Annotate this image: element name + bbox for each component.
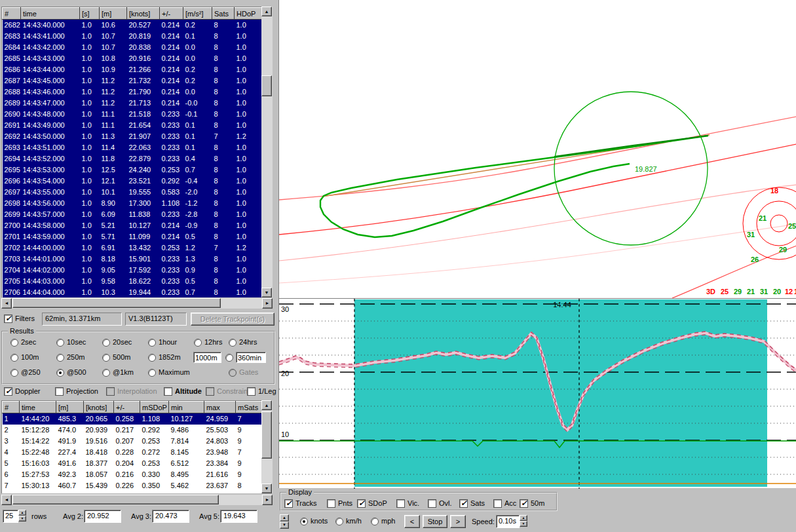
radio-20sec[interactable]: 20sec [102,338,132,347]
table-row[interactable]: 268914:43:47.0001.011.221.7130.214-0.081… [3,98,262,109]
knots-radio[interactable]: knots [300,517,328,525]
ovl-checkbox[interactable]: Ovl. [428,499,452,508]
radio-2sec[interactable]: 2sec [10,338,36,347]
col-sats[interactable]: Sats [212,8,235,20]
rcol-msats[interactable]: mSats [236,402,262,413]
track-table-vscrollbar[interactable]: ▲ ▼ [261,7,273,297]
radio-24hrs[interactable]: 24hrs [229,338,257,347]
vic-checkbox[interactable]: Vic. [396,499,419,508]
table-row[interactable]: 268514:43:43.0001.010.820.9160.2140.081.… [3,53,262,64]
col-seconds[interactable]: [s] [80,8,100,20]
rcol-error[interactable]: +/- [114,402,140,413]
table-row[interactable]: 269414:43:52.0001.011.822.8790.2330.481.… [3,153,262,164]
altitude-checkbox[interactable]: Altitude [164,387,202,396]
spin-down-icon[interactable]: ▼ [520,521,527,527]
table-row[interactable]: 715:30:13460.715.4390.2260.3505.46223.63… [3,480,262,491]
table-row[interactable]: 269114:43:49.0001.011.121.6540.2330.181.… [3,120,262,131]
trackpoint-table-header[interactable]: # time [s] [m] [knots] +/- [m/s²] Sats H… [3,8,262,20]
kmh-radio[interactable]: km/h [335,517,362,525]
table-row[interactable]: 268314:43:41.0001.010.720.8190.2140.181.… [3,31,262,42]
radio-12hrs[interactable]: 12hrs [194,338,223,347]
rcol-index[interactable]: # [3,402,20,413]
col-index[interactable]: # [3,8,21,20]
rcol-meters[interactable]: [m] [56,402,84,413]
rcol-min[interactable]: min [169,402,204,413]
results-table-header[interactable]: # time [m] [knots] +/- mSDoP min max mSa… [3,402,262,413]
col-knots[interactable]: [knots] [127,8,160,20]
radio-10sec[interactable]: 10sec [56,338,86,347]
spin-up-icon[interactable]: ▲ [520,515,527,521]
stop-button[interactable]: Stop [423,515,447,528]
radio-at1km[interactable]: @1km [102,368,134,377]
radio-at250[interactable]: @250 [10,368,41,377]
radio-500m[interactable]: 500m [102,353,131,362]
table-row[interactable]: 615:27:53492.318.0570.2160.3308.49521.61… [3,469,262,480]
rcol-max[interactable]: max [204,402,236,413]
table-row[interactable]: 268814:43:46.0001.011.221.7900.2140.081.… [3,86,262,98]
table-row[interactable]: 269714:43:55.0001.010.119.5550.583-2.081… [3,187,262,198]
projection-checkbox[interactable]: Projection [55,387,98,396]
constrain-checkbox[interactable]: Constrain [206,387,248,396]
filters-checkbox-box[interactable] [4,314,12,323]
pnts-checkbox[interactable]: Pnts [327,499,352,508]
scroll-right-arrow[interactable]: ► [262,298,273,309]
oneleg-checkbox[interactable]: 1/Leg [247,387,276,396]
table-row[interactable]: 269514:43:53.0001.012.524.2400.2530.781.… [3,164,262,176]
track-table-hscrollbar[interactable]: ◄ ► [1,298,273,309]
col-hdop[interactable]: HDoP [235,8,262,20]
radio-1852m[interactable]: 1852m [148,353,181,362]
radio-gates[interactable]: Gates [229,368,258,377]
radio-custom-duration[interactable] [225,353,236,362]
table-row[interactable]: 270614:44:04.0001.010.319.9440.2330.781.… [3,287,262,298]
table-row[interactable]: 269014:43:48.0001.011.121.5180.233-0.181… [3,109,262,120]
table-row[interactable]: 268614:43:44.0001.010.921.2660.2140.281.… [3,64,262,75]
table-row[interactable]: 270414:44:02.0001.09.0517.5920.2330.981.… [3,265,262,276]
spin-up-icon[interactable]: ▲ [280,514,289,522]
table-row[interactable]: 270214:44:00.0001.06.9113.4320.2531.271.… [3,242,262,254]
table-row[interactable]: 815:42:19400.815.1500.2260.2925.16521.63… [3,491,262,494]
speed-interval-spinner[interactable]: ▲▼ [520,515,527,527]
table-row[interactable]: 268414:43:42.0001.010.720.8380.2140.081.… [3,42,262,53]
table-row[interactable]: 268714:43:45.0001.011.221.7320.2140.281.… [3,75,262,86]
table-row[interactable]: 215:12:28474.020.9390.2170.2929.48625.50… [3,425,262,436]
rows-count-field[interactable]: 25 [3,510,18,523]
scroll-thumb[interactable] [261,75,272,96]
delete-trackpoints-button[interactable]: Delete Trackpoint(s) [191,313,275,326]
radio-at500[interactable]: @500 [56,368,86,377]
radio-100m[interactable]: 100m [10,353,39,362]
scroll-right-arrow[interactable]: ► [262,495,273,505]
results-table-hscrollbar[interactable]: ◄ ► [1,495,273,505]
table-row[interactable]: 268214:43:40.0001.010.620.5270.2140.281.… [3,20,262,31]
sdop-checkbox[interactable]: SDoP [357,499,387,508]
acc-checkbox[interactable]: Acc [493,499,516,508]
radio-250m[interactable]: 250m [56,353,85,362]
table-row[interactable]: 515:16:03491.618.3770.2040.2536.51223.38… [3,458,262,469]
scroll-down-arrow[interactable]: ▼ [261,288,272,297]
scroll-up-arrow[interactable]: ▲ [261,7,272,16]
col-accel[interactable]: [m/s²] [183,8,212,20]
interpolation-checkbox[interactable]: Interpolation [106,387,157,396]
table-row[interactable]: 270314:44:01.0001.08.1815.9010.2331.381.… [3,254,262,265]
step-forward-button[interactable]: > [450,515,466,528]
col-meters[interactable]: [m] [100,8,127,20]
scroll-left-arrow[interactable]: ◄ [1,495,12,505]
results-table-vscrollbar[interactable]: ▲ ▼ [261,400,273,493]
table-row[interactable]: 415:22:48227.418.4180.2280.2728.14523.94… [3,447,262,458]
custom-duration-input[interactable] [236,352,266,363]
scroll-thumb[interactable] [12,298,221,308]
scroll-down-arrow[interactable]: ▼ [261,484,272,493]
custom-distance-input[interactable] [193,352,221,363]
col-time[interactable]: time [21,8,80,20]
speed-interval-field[interactable]: 0.10s [496,515,520,528]
step-back-button[interactable]: < [404,515,420,528]
speed-graph[interactable]: 30 20 10 14:44 [278,298,796,488]
spin-down-icon[interactable]: ▼ [280,522,289,529]
filters-checkbox[interactable]: Filters [4,314,35,323]
speed-graph-canvas[interactable]: 30 20 10 14:44 [279,299,796,489]
mph-radio[interactable]: mph [371,517,395,525]
table-row[interactable]: 269914:43:57.0001.06.0911.8380.233-2.881… [3,209,262,220]
scroll-left-arrow[interactable]: ◄ [1,298,12,309]
results-table-body[interactable]: 114:44:20485.320.9650.2581.10810.12724.9… [3,413,262,494]
table-row[interactable]: 315:14:22491.919.5160.2070.2537.81424.80… [3,436,262,447]
trackpoint-table[interactable]: # time [s] [m] [knots] +/- [m/s²] Sats H… [1,7,261,297]
